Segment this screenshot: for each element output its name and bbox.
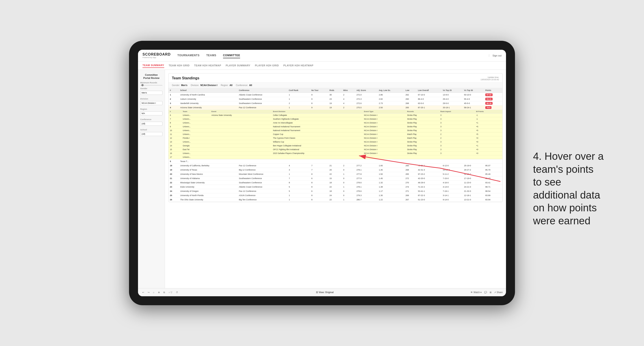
- region-select[interactable]: N/A East West: [140, 111, 162, 115]
- school-cell: University of North Carolina: [179, 93, 238, 97]
- col-header-adj-score: Adj. Score: [355, 88, 378, 93]
- subnav-team-summary[interactable]: TEAM SUMMARY: [142, 63, 164, 68]
- col-header-vs25: Vs Top 25: [442, 88, 463, 93]
- table-row[interactable]: 22 Mississippi State University Southeas…: [168, 181, 502, 185]
- table-row[interactable]: 19 University of Texas Big 12 Conference…: [168, 168, 502, 172]
- col-header-school: School: [179, 88, 238, 93]
- tt-col-event: Event: [210, 110, 272, 113]
- rank-cell: 1: [168, 93, 179, 97]
- nav-teams[interactable]: TEAMS: [206, 53, 216, 58]
- subnav-team-h2h-grid[interactable]: TEAM H2H GRID: [169, 63, 190, 68]
- table-row[interactable]: 1 University of North Carolina Atlantic …: [168, 93, 502, 97]
- avg-low-cell: 2.50: [378, 106, 404, 110]
- tooltip-row-item: 8Univers...Amer An IntercollegiateNCAA D…: [168, 121, 502, 125]
- copy-button[interactable]: ⧉: [162, 291, 166, 294]
- sign-out-button[interactable]: Sign out: [489, 54, 502, 57]
- table-row[interactable]: 18 University of California, Berkeley Pa…: [168, 164, 502, 168]
- tooltip-row-item: 9Univers...National Invitational Tournam…: [168, 125, 502, 129]
- points-cell[interactable]: 85.49: [484, 172, 502, 176]
- low-cell: 262: [404, 93, 416, 97]
- table-row[interactable]: 20 University of New Mexico Mountain Wes…: [168, 172, 502, 176]
- watch-label: Watch: [474, 291, 480, 294]
- tt-col-rank-impact: Rank Impact: [439, 110, 474, 113]
- points-cell[interactable]: 85.70: [484, 168, 502, 172]
- points-cell[interactable]: 85.07: [484, 164, 502, 168]
- low-cell: 268: [404, 101, 416, 106]
- rnds-cell: 23: [328, 97, 342, 101]
- filter-region-label: Region:: [221, 84, 228, 86]
- zoom-button[interactable]: ⊕: [157, 291, 161, 294]
- undo-button[interactable]: ↩: [141, 291, 145, 294]
- table-row[interactable]: 26 The Ohio State University Big Ten Con…: [168, 198, 502, 202]
- logo-sub: Powered by clipp: [142, 56, 171, 58]
- table-row-highlighted[interactable]: 4 Arizona State University Pac-12 Confer…: [168, 106, 502, 110]
- col-header-rnds: Rnds: [328, 88, 342, 93]
- rank-cell: 5: [168, 159, 179, 164]
- share-button[interactable]: ↗ Share: [494, 291, 503, 294]
- subnav-player-summary[interactable]: PLAYER SUMMARY: [226, 63, 250, 68]
- tooltip-row-item: 13Univers...Williams CupNCAA Division IS…: [168, 140, 502, 144]
- gender-select[interactable]: Men's Women's: [140, 91, 162, 95]
- tt-col-num: #: [168, 110, 181, 113]
- avg-low-cell: 2.82: [378, 97, 404, 101]
- table-row[interactable]: 2 Auburn University Southeastern Confere…: [168, 97, 502, 101]
- points-cell[interactable]: 85.43: [484, 176, 502, 181]
- col-header-wins: Wins: [342, 88, 355, 93]
- points-cell[interactable]: 83.41: [484, 181, 502, 185]
- subnav-player-h2h-heatmap[interactable]: PLAYER H2H HEATMAP: [284, 63, 314, 68]
- nav-committee[interactable]: COMMITTEE: [223, 53, 240, 58]
- watch-button[interactable]: 👁 Watch ▾: [470, 291, 482, 294]
- comment-button[interactable]: 💬: [484, 291, 487, 294]
- filter-conference-value: All: [249, 84, 252, 86]
- table-row[interactable]: 21 University of Alabama Southeastern Co…: [168, 176, 502, 181]
- vs25-cell: 29-4-0: [442, 97, 463, 101]
- conference-cell: Pac-12 Conference: [238, 106, 288, 110]
- points-cell[interactable]: 88.54: [484, 189, 502, 193]
- subnav-player-h2h-grid[interactable]: PLAYER H2H GRID: [255, 63, 279, 68]
- redo-button[interactable]: ↪: [147, 291, 150, 294]
- school-cell: Vanderbilt University: [179, 101, 238, 106]
- adj-score-cell: 272.6: [355, 101, 378, 106]
- conference-select[interactable]: (All): [140, 122, 162, 126]
- col-header-conference: Conference: [238, 88, 288, 93]
- nav-tournaments[interactable]: TOURNAMENTS: [178, 53, 200, 58]
- table-row[interactable]: 23 Duke University Atlantic Coast Confer…: [168, 185, 502, 189]
- points-cell[interactable]: 90.30: [484, 101, 502, 106]
- subnav-team-h2h-heatmap[interactable]: TEAM H2H HEATMAP: [194, 63, 221, 68]
- table-row[interactable]: 3 Vanderbilt University Southeastern Con…: [168, 101, 502, 106]
- minimum-rounds-slider[interactable]: [140, 85, 162, 86]
- shape-button[interactable]: ○ ▽: [168, 291, 173, 294]
- wins-cell: 2: [342, 93, 355, 97]
- conf-rank-cell: 2: [288, 101, 310, 106]
- points-cell[interactable]: 97.02: [484, 93, 502, 97]
- division-select[interactable]: NCAA Division I NCAA Division II NCAA Di…: [140, 101, 162, 105]
- col-header-conf-rank: Conf Rank: [288, 88, 310, 93]
- tooltip-row-item: 17Univers...: [168, 155, 502, 159]
- share-label: Share: [496, 291, 503, 294]
- points-cell[interactable]: 83.94: [484, 198, 502, 202]
- grid-button[interactable]: ⊞: [490, 291, 492, 294]
- wins-cell: 2: [342, 106, 355, 110]
- table-row[interactable]: 24 University of Oregon Pac-12 Conferenc…: [168, 189, 502, 193]
- school-cell: Texas T...: [179, 159, 238, 164]
- tooltip-row-item: 16Univers...2023 Sahalee Players Champio…: [168, 152, 502, 155]
- table-row[interactable]: 5 Texas T...: [168, 159, 502, 164]
- col-header-points: Points: [484, 88, 502, 93]
- conference-cell: Southeastern Conference: [238, 97, 288, 101]
- points-cell[interactable]: 79.5: [484, 106, 502, 110]
- clock-button[interactable]: ⏱: [175, 291, 179, 294]
- tooltip-row-item: 15East TeiOFCC Fighting Illini Invitatio…: [168, 148, 502, 152]
- sidebar-label-rounds: Minimum Rounds: [140, 82, 162, 84]
- tablet-frame: SCOREBOARD Powered by clipp TOURNAMENTS …: [129, 41, 515, 305]
- points-cell[interactable]: 83.89: [484, 193, 502, 198]
- home-button[interactable]: ⌂: [152, 291, 155, 294]
- app-header: SCOREBOARD Powered by clipp TOURNAMENTS …: [138, 50, 506, 61]
- bottom-toolbar: ↩ ↪ ⌂ ⊕ ⧉ ○ ▽ ⏱ ☰ View: Original 👁 Watch…: [138, 288, 506, 296]
- points-cell[interactable]: 93.31: [484, 97, 502, 101]
- table-row[interactable]: 25 University of North Florida ASUN Conf…: [168, 193, 502, 198]
- points-cell[interactable]: 88.71: [484, 185, 502, 189]
- toolbar-view-label[interactable]: ☰ View: Original: [316, 291, 334, 294]
- vs50-cell: 50-10-0: [463, 93, 484, 97]
- school-select[interactable]: (All): [140, 132, 162, 136]
- overall-cell: 86-4-0: [416, 97, 442, 101]
